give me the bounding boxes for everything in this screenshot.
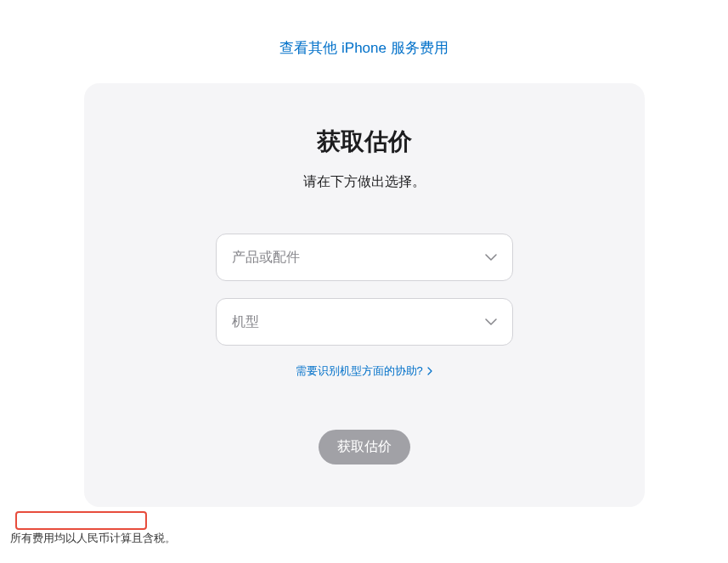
other-iphone-fees-link[interactable]: 查看其他 iPhone 服务费用 (279, 40, 448, 56)
product-select[interactable]: 产品或配件 (216, 234, 513, 281)
chevron-down-icon (485, 254, 497, 261)
model-placeholder: 机型 (232, 313, 259, 331)
footer-tax-note: 所有费用均以人民币计算且含税。 (10, 531, 718, 546)
model-select[interactable]: 机型 (216, 298, 513, 346)
chevron-down-icon (485, 318, 497, 325)
model-select-wrapper: 机型 (216, 298, 513, 346)
footer-text: 所有费用均以人民币计算且含税。 截至 2023 年 2 月底, 保外电池服务的费… (0, 507, 728, 563)
button-wrapper: 获取估价 (118, 430, 611, 464)
get-estimate-button[interactable]: 获取估价 (319, 430, 410, 464)
identify-model-help-link[interactable]: 需要识别机型方面的协助? (296, 364, 433, 377)
product-placeholder: 产品或配件 (232, 249, 300, 267)
card-title: 获取估价 (118, 126, 611, 158)
card-subtitle: 请在下方做出选择。 (118, 173, 611, 191)
estimate-card: 获取估价 请在下方做出选择。 产品或配件 机型 需要识别机型方面的协助? 获取估… (84, 83, 645, 507)
help-link-text: 需要识别机型方面的协助? (296, 364, 423, 377)
help-link-wrapper: 需要识别机型方面的协助? (118, 363, 611, 379)
top-link-wrapper: 查看其他 iPhone 服务费用 (0, 0, 728, 83)
product-select-wrapper: 产品或配件 (216, 234, 513, 281)
chevron-right-icon (427, 365, 432, 378)
